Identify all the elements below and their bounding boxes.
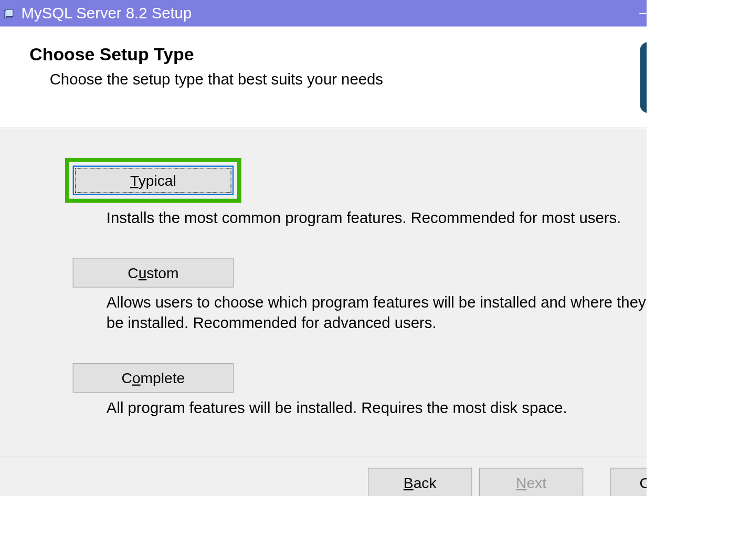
mnemonic: T: [130, 172, 139, 188]
mysql-logo-icon: [640, 42, 647, 113]
label-rest: ack: [414, 474, 437, 491]
mnemonic: u: [139, 264, 147, 281]
cancel-button[interactable]: Cancel: [610, 468, 647, 496]
label-pre: C: [122, 369, 132, 386]
option-complete: Complete All program features will be in…: [65, 363, 647, 418]
footer: Back Next Cancel: [0, 457, 647, 496]
body: Typical Installs the most common program…: [0, 128, 647, 496]
titlebar: MySQL Server 8.2 Setup: [0, 0, 647, 27]
option-custom: Custom Allows users to choose which prog…: [65, 258, 647, 333]
minimize-button[interactable]: [626, 0, 647, 27]
complete-button[interactable]: Complete: [73, 363, 234, 393]
option-typical: Typical Installs the most common program…: [65, 158, 647, 228]
custom-description: Allows users to choose which program fea…: [107, 292, 647, 334]
typical-button[interactable]: Typical: [73, 166, 234, 195]
complete-description: All program features will be installed. …: [107, 398, 647, 419]
next-button[interactable]: Next: [479, 468, 583, 496]
label-rest: ext: [526, 474, 546, 491]
label-rest: ypical: [139, 172, 176, 188]
cancel-label: Cancel: [639, 474, 647, 492]
mnemonic: o: [132, 369, 141, 386]
label-rest: mplete: [141, 369, 185, 386]
window-title: MySQL Server 8.2 Setup: [22, 4, 626, 23]
highlight-marker: Typical: [65, 158, 241, 203]
mnemonic: N: [516, 474, 526, 491]
back-button[interactable]: Back: [368, 468, 472, 496]
installer-icon: [4, 7, 16, 19]
page-subtitle: Choose the setup type that best suits yo…: [50, 70, 640, 89]
header: Choose Setup Type Choose the setup type …: [0, 27, 647, 128]
mnemonic: B: [404, 474, 414, 491]
svg-rect-1: [6, 9, 13, 16]
label-rest: stom: [146, 264, 178, 281]
label-pre: C: [128, 264, 138, 281]
typical-description: Installs the most common program feature…: [107, 208, 647, 229]
custom-button[interactable]: Custom: [73, 258, 234, 287]
page-title: Choose Setup Type: [29, 45, 640, 65]
